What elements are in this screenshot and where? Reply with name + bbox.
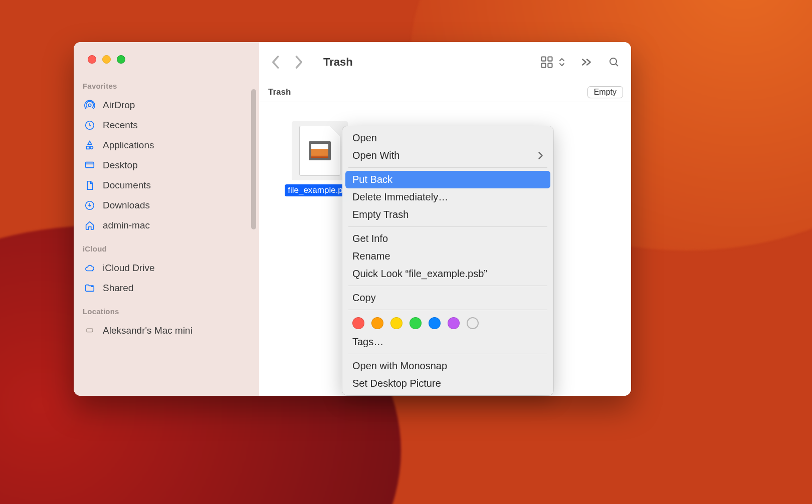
svg-point-10 — [610, 58, 617, 65]
sidebar: Favorites AirDrop Recents Applications D… — [74, 42, 259, 396]
minimize-window-button[interactable] — [102, 55, 111, 64]
sidebar-item-shared[interactable]: Shared — [74, 278, 259, 298]
ctx-separator — [348, 354, 547, 354]
view-switcher[interactable] — [540, 55, 565, 69]
clock-icon — [84, 119, 96, 131]
ctx-set-desktop-picture[interactable]: Set Desktop Picture — [342, 375, 553, 392]
tag-none-dot[interactable] — [467, 317, 479, 329]
empty-trash-button[interactable]: Empty — [587, 86, 623, 98]
ctx-copy[interactable]: Copy — [342, 289, 553, 307]
tag-color-dot[interactable] — [429, 317, 441, 329]
ctx-open-monosnap[interactable]: Open with Monosnap — [342, 357, 553, 375]
airdrop-icon — [84, 99, 96, 111]
sidebar-scrollbar[interactable] — [251, 89, 256, 229]
sidebar-item-label: Aleksandr's Mac mini — [103, 325, 192, 336]
ctx-delete-immediately[interactable]: Delete Immediately… — [342, 188, 553, 206]
shared-folder-icon — [84, 282, 96, 294]
tag-color-dot[interactable] — [352, 317, 364, 329]
sidebar-item-icloud-drive[interactable]: iCloud Drive — [74, 258, 259, 278]
ctx-separator — [348, 226, 547, 227]
mac-mini-icon — [84, 325, 96, 337]
svg-rect-7 — [548, 57, 552, 61]
chevron-right-icon — [538, 151, 543, 160]
search-button[interactable] — [608, 56, 620, 68]
sidebar-item-label: Recents — [103, 120, 138, 131]
sidebar-item-label: admin-mac — [103, 220, 150, 231]
chevron-updown-icon — [559, 57, 565, 67]
sidebar-item-downloads[interactable]: Downloads — [74, 195, 259, 215]
ctx-open[interactable]: Open — [342, 129, 553, 147]
tag-color-dot[interactable] — [371, 317, 383, 329]
window-title: Trash — [323, 56, 353, 69]
back-button[interactable] — [270, 55, 280, 69]
ctx-quick-look[interactable]: Quick Look “file_example.psb” — [342, 265, 553, 283]
document-icon — [84, 179, 96, 191]
svg-rect-6 — [542, 57, 546, 61]
ctx-tags[interactable]: Tags… — [342, 333, 553, 351]
ctx-empty-trash[interactable]: Empty Trash — [342, 206, 553, 223]
applications-icon — [84, 139, 96, 151]
ctx-open-with[interactable]: Open With — [342, 147, 553, 164]
home-icon — [84, 219, 96, 231]
svg-rect-9 — [548, 63, 552, 67]
sidebar-item-airdrop[interactable]: AirDrop — [74, 95, 259, 115]
ctx-separator — [348, 310, 547, 310]
svg-point-4 — [91, 285, 93, 287]
sidebar-section-favorites: Favorites — [83, 82, 259, 90]
tag-color-dot[interactable] — [390, 317, 402, 329]
ctx-separator — [348, 167, 547, 168]
toolbar: Trash — [259, 42, 631, 82]
sidebar-item-device[interactable]: Aleksandr's Mac mini — [74, 321, 259, 341]
sidebar-item-applications[interactable]: Applications — [74, 135, 259, 155]
sidebar-section-icloud: iCloud — [83, 244, 259, 253]
sidebar-item-label: Applications — [103, 140, 154, 151]
close-window-button[interactable] — [88, 55, 96, 64]
cloud-icon — [84, 262, 96, 274]
sidebar-item-label: iCloud Drive — [103, 263, 154, 274]
sidebar-item-desktop[interactable]: Desktop — [74, 155, 259, 175]
desktop-icon — [84, 159, 96, 171]
sidebar-item-label: Desktop — [103, 160, 138, 171]
context-menu: Open Open With Put Back Delete Immediate… — [342, 126, 553, 395]
zoom-window-button[interactable] — [117, 55, 125, 64]
ctx-rename[interactable]: Rename — [342, 247, 553, 265]
toolbar-overflow-button[interactable] — [581, 58, 592, 66]
sidebar-item-label: Downloads — [103, 200, 150, 211]
svg-rect-2 — [86, 162, 94, 168]
sidebar-item-label: Shared — [103, 283, 133, 294]
sidebar-item-recents[interactable]: Recents — [74, 115, 259, 135]
location-title: Trash — [268, 87, 291, 97]
svg-point-0 — [88, 104, 91, 107]
window-controls — [88, 55, 259, 64]
ctx-tag-colors — [342, 313, 553, 333]
sidebar-item-label: AirDrop — [103, 100, 135, 111]
svg-rect-8 — [542, 63, 546, 67]
location-header: Trash Empty — [259, 82, 631, 102]
tag-color-dot[interactable] — [410, 317, 422, 329]
svg-rect-5 — [87, 329, 93, 332]
tag-color-dot[interactable] — [448, 317, 460, 329]
sidebar-item-home[interactable]: admin-mac — [74, 215, 259, 235]
sidebar-item-documents[interactable]: Documents — [74, 175, 259, 195]
forward-button[interactable] — [294, 55, 304, 69]
sidebar-section-locations: Locations — [83, 307, 259, 316]
file-thumbnail — [292, 121, 348, 180]
ctx-put-back[interactable]: Put Back — [345, 171, 550, 188]
sidebar-item-label: Documents — [103, 180, 151, 191]
ctx-separator — [348, 286, 547, 286]
ctx-get-info[interactable]: Get Info — [342, 230, 553, 247]
download-icon — [84, 199, 96, 211]
